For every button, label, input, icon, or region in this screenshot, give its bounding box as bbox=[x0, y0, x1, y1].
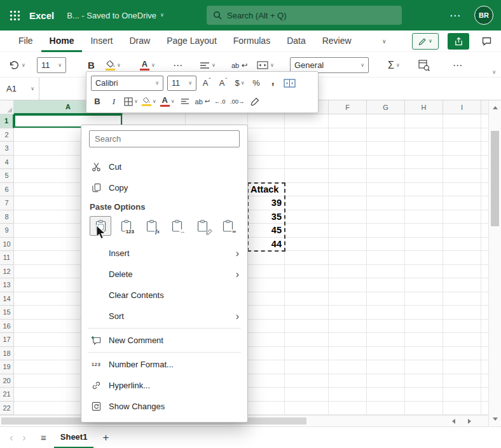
scroll-down-button[interactable] bbox=[489, 412, 501, 426]
mini-font-size-select[interactable]: 11 ∨ bbox=[167, 76, 196, 91]
decrease-decimal-button[interactable]: ←.0 bbox=[214, 94, 226, 109]
row-header-6[interactable]: 6 bbox=[0, 183, 14, 197]
cell-G17[interactable] bbox=[367, 333, 405, 347]
cell-H13[interactable] bbox=[405, 278, 443, 292]
paste-values-button[interactable]: 123 bbox=[115, 216, 137, 236]
cell-E5[interactable] bbox=[285, 169, 329, 183]
cell-G22[interactable] bbox=[367, 402, 405, 416]
cell-E11[interactable] bbox=[285, 251, 329, 265]
grow-font-button[interactable]: Aˆ bbox=[200, 76, 213, 91]
cell-D6[interactable]: Attack bbox=[248, 183, 285, 197]
accounting-format-button[interactable]: $ ∨ bbox=[233, 76, 246, 91]
context-menu-item-clear-contents[interactable]: Clear Contents bbox=[81, 285, 247, 306]
cell-J3[interactable] bbox=[481, 142, 488, 156]
cell-H2[interactable] bbox=[405, 128, 443, 142]
context-menu-item-new-comment[interactable]: New Comment bbox=[81, 330, 247, 351]
cell-D8[interactable]: 35 bbox=[248, 210, 285, 224]
context-menu-item-number-format[interactable]: 123 Number Format... bbox=[81, 354, 247, 375]
column-header-H[interactable]: H bbox=[405, 100, 443, 114]
cell-E3[interactable] bbox=[285, 142, 329, 156]
cell-F5[interactable] bbox=[329, 169, 367, 183]
cell-J5[interactable] bbox=[481, 169, 488, 183]
cell-J6[interactable] bbox=[481, 183, 488, 197]
row-header-2[interactable]: 2 bbox=[0, 128, 14, 142]
cell-H15[interactable] bbox=[405, 306, 443, 320]
cell-D3[interactable] bbox=[248, 142, 285, 156]
cell-I19[interactable] bbox=[443, 360, 481, 374]
cell-G12[interactable] bbox=[367, 265, 405, 279]
search-input[interactable] bbox=[227, 11, 395, 20]
row-header-15[interactable]: 15 bbox=[0, 306, 14, 320]
cell-F4[interactable] bbox=[329, 156, 367, 170]
cell-D20[interactable] bbox=[248, 374, 285, 388]
cell-D2[interactable] bbox=[248, 128, 285, 142]
cell-H16[interactable] bbox=[405, 320, 443, 334]
cell-E15[interactable] bbox=[285, 306, 329, 320]
row-header-3[interactable]: 3 bbox=[0, 142, 14, 156]
cell-E8[interactable] bbox=[285, 210, 329, 224]
cell-I20[interactable] bbox=[443, 374, 481, 388]
cell-I3[interactable] bbox=[443, 142, 481, 156]
cell-D18[interactable] bbox=[248, 347, 285, 361]
cell-G13[interactable] bbox=[367, 278, 405, 292]
cell-J1[interactable] bbox=[481, 114, 488, 128]
cell-F18[interactable] bbox=[329, 347, 367, 361]
ribbon-tab-home[interactable]: Home bbox=[41, 31, 83, 52]
cell-F20[interactable] bbox=[329, 374, 367, 388]
cell-E22[interactable] bbox=[285, 402, 329, 416]
column-header-G[interactable]: G bbox=[367, 100, 405, 114]
cell-E14[interactable] bbox=[285, 292, 329, 306]
row-header-14[interactable]: 14 bbox=[0, 292, 14, 306]
cell-F6[interactable] bbox=[329, 183, 367, 197]
cell-D13[interactable] bbox=[248, 278, 285, 292]
collapse-ribbon-button[interactable]: ∨ bbox=[492, 70, 496, 75]
cell-J17[interactable] bbox=[481, 333, 488, 347]
ribbon-tab-data[interactable]: Data bbox=[278, 31, 314, 52]
cell-I10[interactable] bbox=[443, 238, 481, 252]
ribbon-tab-file[interactable]: File bbox=[10, 31, 41, 52]
cell-G4[interactable] bbox=[367, 156, 405, 170]
column-header-I[interactable]: I bbox=[443, 100, 481, 114]
percent-format-button[interactable]: % bbox=[250, 76, 263, 91]
cell-H17[interactable] bbox=[405, 333, 443, 347]
editing-mode-button[interactable]: ∨ bbox=[412, 33, 439, 50]
row-header-13[interactable]: 13 bbox=[0, 278, 14, 292]
cell-I13[interactable] bbox=[443, 278, 481, 292]
cell-D22[interactable] bbox=[248, 402, 285, 416]
autosum-button[interactable]: Σ ∨ bbox=[388, 57, 400, 73]
cell-F7[interactable] bbox=[329, 196, 367, 210]
cell-G16[interactable] bbox=[367, 320, 405, 334]
cell-G3[interactable] bbox=[367, 142, 405, 156]
cell-J22[interactable] bbox=[481, 402, 488, 416]
column-header-F[interactable]: F bbox=[329, 100, 367, 114]
topbar-more-button[interactable]: ⋯ bbox=[450, 0, 460, 31]
cell-I8[interactable] bbox=[443, 210, 481, 224]
cell-H10[interactable] bbox=[405, 238, 443, 252]
row-header-1[interactable]: 1 bbox=[0, 114, 14, 128]
cell-F1[interactable] bbox=[329, 114, 367, 128]
cell-J19[interactable] bbox=[481, 360, 488, 374]
context-menu-item-insert[interactable]: Insert › bbox=[81, 243, 247, 264]
ribbon-tab-formulas[interactable]: Formulas bbox=[225, 31, 278, 52]
context-menu-search-input[interactable] bbox=[95, 134, 234, 144]
ribbon-tab-draw[interactable]: Draw bbox=[121, 31, 158, 52]
cell-H14[interactable] bbox=[405, 292, 443, 306]
cell-E6[interactable] bbox=[285, 183, 329, 197]
cell-I22[interactable] bbox=[443, 402, 481, 416]
vertical-scrollbar[interactable] bbox=[488, 100, 501, 426]
mini-align-button[interactable] bbox=[179, 94, 191, 109]
cell-D16[interactable] bbox=[248, 320, 285, 334]
cell-G9[interactable] bbox=[367, 224, 405, 238]
cell-H21[interactable] bbox=[405, 388, 443, 402]
format-as-table-button[interactable] bbox=[283, 76, 296, 91]
cell-H5[interactable] bbox=[405, 169, 443, 183]
add-sheet-button[interactable]: + bbox=[102, 431, 109, 444]
cell-F17[interactable] bbox=[329, 333, 367, 347]
row-header-20[interactable]: 20 bbox=[0, 374, 14, 388]
cell-F11[interactable] bbox=[329, 251, 367, 265]
cell-J2[interactable] bbox=[481, 128, 488, 142]
cell-I15[interactable] bbox=[443, 306, 481, 320]
increase-decimal-button[interactable]: .00→ bbox=[230, 94, 245, 109]
cell-I9[interactable] bbox=[443, 224, 481, 238]
cell-D9[interactable]: 45 bbox=[248, 224, 285, 238]
